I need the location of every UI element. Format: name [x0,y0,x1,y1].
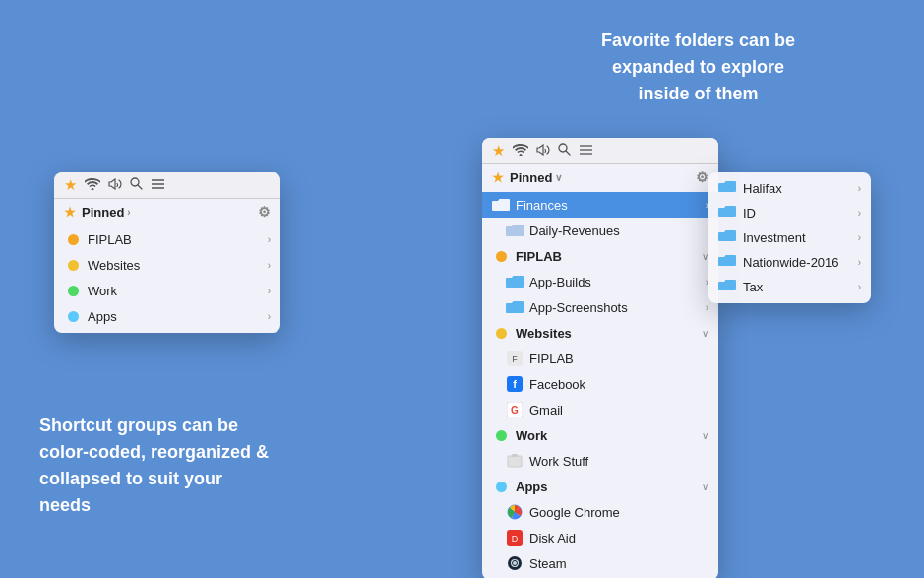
large-search-icon [558,143,571,159]
large-item-work-stuff[interactable]: Work Stuff [482,448,718,474]
small-item-websites[interactable]: Websites › [54,252,280,278]
top-heading: Favorite folders can be expanded to expl… [492,28,904,107]
large-app-screenshots-arrow: › [706,302,708,313]
sub-halifax-arrow: › [858,183,861,194]
small-star-icon: ★ [64,205,76,220]
sub-item-investment[interactable]: Investment › [708,225,871,250]
large-facebook-label: Facebook [529,377,708,392]
large-item-app-builds[interactable]: App-Builds › [482,269,718,294]
large-item-apps[interactable]: Apps ∨ [482,474,718,499]
large-panel: ★ ★ Pinned ∨ ⚙ Finances › [482,138,718,578]
svg-text:f: f [513,378,517,390]
small-pinned-header[interactable]: ★ Pinned › ⚙ [54,199,280,223]
large-gmail-label: Gmail [529,403,708,417]
small-fiplab-arrow: › [268,234,271,245]
sub-panel: Halifax › ID › Investment › Nationwide-2… [708,172,871,303]
large-item-work[interactable]: Work ∨ [482,422,718,448]
large-fiplab-chevron: ∨ [702,251,708,262]
large-item-facebook[interactable]: f Facebook [482,371,718,397]
sub-id-label: ID [743,206,756,221]
large-item-finances[interactable]: Finances › [482,192,718,218]
large-pinned-header[interactable]: ★ Pinned ∨ ⚙ [482,164,718,188]
sub-item-id[interactable]: ID › [708,201,871,225]
bottom-heading-text: Shortcut groups can be color-coded, reor… [39,416,269,515]
large-item-app-screenshots[interactable]: App-Screenshots › [482,294,718,320]
tax-folder-icon [718,279,736,295]
svg-line-1 [138,185,142,189]
svg-text:D: D [512,534,519,544]
small-websites-arrow: › [268,260,271,271]
top-heading-line1: Favorite folders can be [492,28,904,54]
small-gear-icon[interactable]: ⚙ [258,204,271,220]
large-websites-dot [492,324,510,342]
large-item-google-chrome[interactable]: Google Chrome [482,499,718,525]
large-wifi-icon [513,144,528,159]
nationwide-folder-icon [718,254,736,271]
large-chrome-label: Google Chrome [529,505,708,520]
svg-line-6 [566,151,570,155]
websites-dot-icon [64,256,82,274]
sub-item-tax[interactable]: Tax › [708,275,871,299]
chrome-icon [506,503,524,521]
large-item-disk-aid[interactable]: D Disk Aid [482,525,718,550]
fiplab-dot-icon [64,230,82,248]
large-item-steam[interactable]: Steam [482,550,718,576]
svg-rect-16 [508,456,522,467]
sub-tax-arrow: › [858,282,861,292]
search-icon [130,177,143,193]
large-star-icon: ★ [492,142,505,160]
large-gear-icon[interactable]: ⚙ [696,169,708,185]
facebook-icon: f [506,375,524,393]
large-work-chevron: ∨ [702,430,708,441]
svg-point-24 [513,561,517,565]
large-pinned-star: ★ [492,170,504,185]
investment-folder-icon [718,229,736,246]
sub-nationwide-label: Nationwide-2016 [743,255,839,270]
small-item-work[interactable]: Work › [54,278,280,303]
small-panel: ★ ★ Pinned › ⚙ FIPLAB › [54,172,280,333]
small-websites-label: Websites [88,258,264,273]
large-volume-icon [536,144,550,159]
large-pinned-label: Pinned [510,170,552,185]
disk-aid-icon: D [506,529,524,546]
large-websites-chevron: ∨ [702,328,708,339]
sub-investment-label: Investment [743,230,806,245]
menu-icon [151,178,165,193]
small-item-fiplab[interactable]: FIPLAB › [54,226,280,252]
large-item-fiplab-website[interactable]: F FIPLAB [482,346,718,371]
wifi-icon [85,178,100,193]
svg-text:F: F [512,354,518,364]
bottom-heading: Shortcut groups can be color-coded, reor… [39,413,276,519]
large-item-gmail[interactable]: G Gmail [482,397,718,422]
sub-item-nationwide[interactable]: Nationwide-2016 › [708,250,871,275]
sub-id-arrow: › [858,208,861,219]
svg-rect-17 [512,454,518,457]
small-panel-list: FIPLAB › Websites › Work › Apps › [54,223,280,333]
finances-folder-icon [492,196,510,214]
large-item-websites[interactable]: Websites ∨ [482,320,718,346]
app-screenshots-folder-icon [506,298,524,316]
small-item-apps[interactable]: Apps › [54,303,280,329]
large-fiplab-website-label: FIPLAB [529,352,708,366]
large-fiplab-dot [492,247,510,265]
large-apps-chevron: ∨ [702,482,708,492]
large-work-label: Work [516,428,699,443]
small-pinned-arrow: › [127,207,130,218]
small-fiplab-label: FIPLAB [88,232,264,247]
steam-icon [506,554,524,572]
large-item-daily-revenues[interactable]: Daily-Revenues [482,218,718,243]
large-finances-label: Finances [516,198,702,213]
large-steam-label: Steam [529,556,708,571]
large-fiplab-label: FIPLAB [516,249,699,264]
star-icon: ★ [64,176,77,194]
large-panel-list: Finances › Daily-Revenues FIPLAB ∨ App-B… [482,188,718,578]
large-item-fiplab[interactable]: FIPLAB ∨ [482,243,718,269]
sub-halifax-label: Halifax [743,181,782,196]
sub-investment-arrow: › [858,232,861,243]
large-pinned-chevron: ∨ [555,172,562,183]
volume-icon [108,178,122,193]
small-panel-menubar: ★ [54,172,280,199]
top-heading-line2: expanded to explore [492,54,904,81]
sub-item-halifax[interactable]: Halifax › [708,176,871,201]
daily-revenues-folder-icon [506,222,524,239]
